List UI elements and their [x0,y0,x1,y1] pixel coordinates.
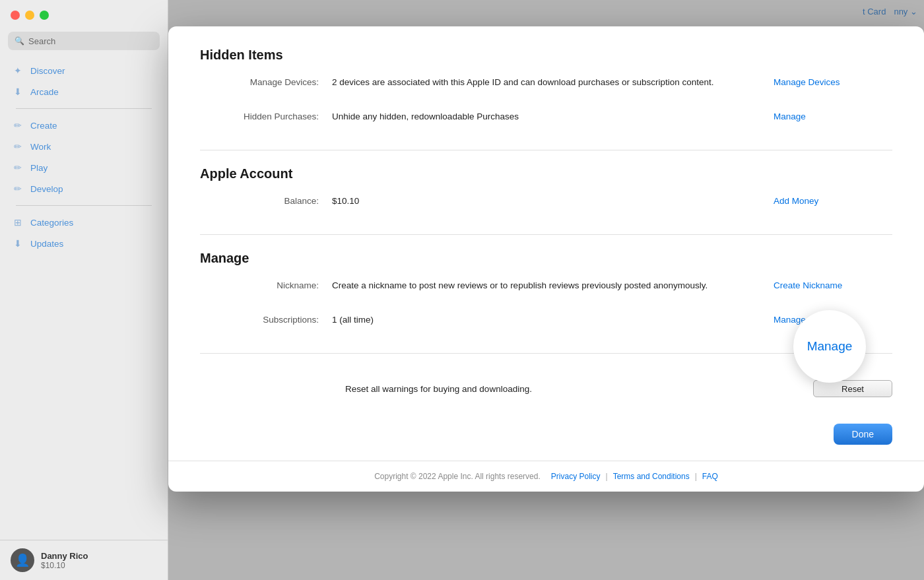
apple-account-section: Apple Account Balance: $10.10 Add Money [200,166,892,218]
reset-row: Reset all warnings for buying and downlo… [200,370,892,397]
sidebar-item-arcade[interactable]: ⬇ Arcade [5,82,162,102]
minimize-button[interactable] [25,11,34,20]
balance-label: Balance: [200,195,332,206]
add-money-button[interactable]: Add Money [774,196,818,206]
sidebar-item-label-discover: Discover [30,66,65,76]
sidebar-item-label-play: Play [30,163,48,173]
search-bar[interactable]: 🔍 Search [8,32,160,50]
sidebar-item-create[interactable]: ✏ Create [5,115,162,135]
subscriptions-value: 1 (all time) [332,313,760,327]
arcade-icon: ⬇ [12,86,24,98]
avatar: 👤 [11,548,34,572]
search-icon: 🔍 [15,36,24,46]
app-background: 🔍 Search ✦ Discover ⬇ Arcade ✏ Create ✏ … [0,0,924,580]
categories-icon: ⊞ [12,216,24,228]
sidebar-divider [16,108,152,109]
balance-row: Balance: $10.10 Add Money [200,195,892,218]
apple-account-title: Apple Account [200,166,892,181]
hidden-purchases-value: Unhide any hidden, redownloadable Purcha… [332,110,760,123]
sidebar-item-label-updates: Updates [30,239,63,249]
manage-title: Manage [200,251,892,266]
work-icon: ✏ [12,141,24,152]
hidden-items-section: Hidden Items Manage Devices: 2 devices a… [200,48,892,134]
traffic-lights [11,11,49,20]
reset-button[interactable]: Reset [813,380,892,397]
modal-footer: Done [168,413,924,461]
manage-circle-label: Manage [807,339,853,354]
manage-devices-button[interactable]: Manage Devices [774,77,840,87]
discover-icon: ✦ [12,65,24,77]
done-button[interactable]: Done [834,424,892,445]
sidebar-item-updates[interactable]: ⬇ Updates [5,234,162,253]
subscriptions-label: Subscriptions: [200,313,332,325]
hidden-items-title: Hidden Items [200,48,892,63]
manage-circle-button[interactable]: Manage [793,310,866,383]
updates-icon: ⬇ [12,238,24,249]
profile-name: Danny Rico [41,551,88,561]
sidebar-item-label-arcade: Arcade [30,87,59,97]
divider-1 [200,150,892,150]
profile-balance: $10.10 [41,561,88,570]
hidden-purchases-manage-button[interactable]: Manage [774,112,806,121]
develop-icon: ✏ [12,183,24,195]
privacy-policy-link[interactable]: Privacy Policy [551,472,601,481]
subscriptions-row: Subscriptions: 1 (all time) Manage [200,313,892,337]
sidebar-nav: ✦ Discover ⬇ Arcade ✏ Create ✏ Work ✏ Pl… [0,61,168,253]
hidden-purchases-action: Manage [760,110,892,122]
modal-dialog: Hidden Items Manage Devices: 2 devices a… [168,26,924,492]
nickname-value: Create a nickname to post new reviews or… [332,279,760,292]
manage-section: Manage Nickname: Create a nickname to po… [200,251,892,397]
manage-devices-action: Manage Devices [760,76,892,88]
sidebar-profile[interactable]: 👤 Danny Rico $10.10 [0,540,168,580]
balance-value: $10.10 [332,195,760,208]
play-icon: ✏ [12,162,24,174]
nickname-row: Nickname: Create a nickname to post new … [200,279,892,303]
copyright-text: Copyright © 2022 Apple Inc. All rights r… [374,472,541,481]
faq-link[interactable]: FAQ [702,472,718,481]
sidebar-item-label-create: Create [30,121,57,131]
sidebar-item-discover[interactable]: ✦ Discover [5,61,162,81]
sidebar-item-label-categories: Categories [30,218,73,228]
main-content: t Card nny ⌄ Hidden Items Manage Devices… [168,0,924,580]
divider-2 [200,234,892,235]
sidebar-item-categories[interactable]: ⊞ Categories [5,212,162,232]
manage-devices-row: Manage Devices: 2 devices are associated… [200,76,892,100]
hidden-purchases-row: Hidden Purchases: Unhide any hidden, red… [200,110,892,134]
profile-info: Danny Rico $10.10 [41,551,88,570]
nickname-label: Nickname: [200,279,332,290]
sidebar-item-label-develop: Develop [30,184,63,194]
sidebar-divider-2 [16,205,152,206]
create-nickname-button[interactable]: Create Nickname [774,280,842,290]
manage-devices-value: 2 devices are associated with this Apple… [332,76,760,89]
manage-devices-label: Manage Devices: [200,76,332,87]
nickname-action: Create Nickname [760,279,892,291]
hidden-purchases-label: Hidden Purchases: [200,110,332,121]
modal-overlay: Hidden Items Manage Devices: 2 devices a… [168,0,924,580]
sidebar-item-work[interactable]: ✏ Work [5,137,162,156]
terms-link[interactable]: Terms and Conditions [613,472,690,481]
reset-description: Reset all warnings for buying and downlo… [200,384,800,394]
balance-action: Add Money [760,195,892,207]
close-button[interactable] [11,11,20,20]
search-label: Search [28,36,55,46]
sidebar-item-play[interactable]: ✏ Play [5,158,162,177]
sidebar-item-label-work: Work [30,142,51,152]
sidebar-item-develop[interactable]: ✏ Develop [5,179,162,199]
divider-3 [200,353,892,354]
sidebar: 🔍 Search ✦ Discover ⬇ Arcade ✏ Create ✏ … [0,0,168,580]
maximize-button[interactable] [40,11,49,20]
modal-copyright: Copyright © 2022 Apple Inc. All rights r… [168,461,924,492]
avatar-icon: 👤 [15,553,30,567]
create-icon: ✏ [12,119,24,131]
